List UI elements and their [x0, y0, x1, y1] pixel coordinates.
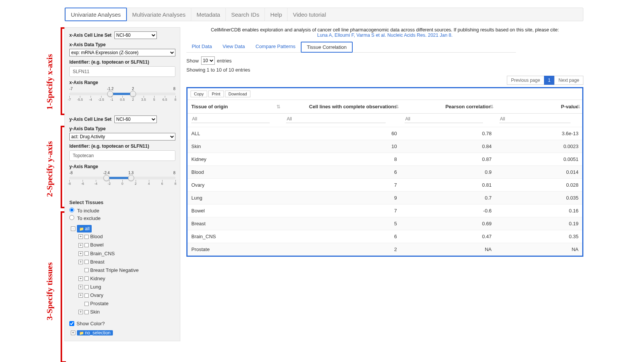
tree-checkbox[interactable]: [84, 276, 89, 281]
x-datatype-select[interactable]: exp: mRNA Expression (Z-Score): [69, 49, 175, 56]
subtab-view-data[interactable]: View Data: [217, 42, 250, 52]
tree-root[interactable]: - 📁 all: [71, 225, 175, 232]
cell-pearson: 0.7: [401, 192, 496, 204]
print-button[interactable]: Print: [208, 90, 224, 97]
tree-checkbox[interactable]: [84, 302, 89, 306]
y-datatype-select[interactable]: act: Drug Activity: [69, 133, 175, 140]
filter-tissue[interactable]: [191, 115, 270, 123]
cell-ncomplete: 7: [282, 179, 401, 192]
x-identifier-label: Identifier: (e.g. topotecan or SLFN11): [69, 59, 175, 65]
slider-tick-label: -5.5: [77, 98, 83, 101]
y-cellset-select[interactable]: NCI-60: [114, 115, 157, 123]
cell-ncomplete: 9: [282, 192, 401, 204]
tree-checkbox[interactable]: [84, 235, 89, 239]
pager-prev[interactable]: Previous page: [507, 76, 544, 85]
tree-noselection[interactable]: + 📁 no_selection: [71, 330, 175, 335]
tree-item-bowel[interactable]: +Bowel: [78, 241, 175, 249]
table-row[interactable]: Prostate2NANA: [188, 243, 582, 256]
cell-pvalue: NA: [496, 243, 582, 256]
pager-next[interactable]: Next page: [554, 76, 583, 85]
expand-icon[interactable]: +: [78, 293, 83, 298]
tree-item-label: Prostate: [90, 300, 108, 308]
filter-pearson[interactable]: [405, 115, 483, 123]
tree-item-ovary[interactable]: +Ovary: [78, 291, 175, 300]
table-row[interactable]: Bowel7-0.60.16: [188, 204, 582, 217]
table-row[interactable]: Ovary70.810.028: [188, 179, 582, 192]
x-cellset-label: x-Axis Cell Line Set: [69, 33, 111, 38]
cell-ncomplete: 60: [282, 127, 401, 140]
y-identifier-input[interactable]: [69, 150, 175, 161]
show-color-checkbox[interactable]: [69, 321, 74, 326]
tree-checkbox[interactable]: [84, 310, 89, 314]
nav-tab-metadata[interactable]: Metadata: [191, 8, 226, 21]
expand-icon[interactable]: +: [78, 234, 83, 239]
nav-tab-search-ids[interactable]: Search IDs: [226, 8, 265, 21]
x-cellset-select[interactable]: NCI-60: [114, 31, 157, 39]
radio-include[interactable]: To include: [69, 208, 99, 214]
expand-icon[interactable]: +: [71, 331, 75, 335]
tree-checkbox[interactable]: [84, 243, 89, 247]
table-row[interactable]: Blood60.90.014: [188, 166, 582, 179]
bracket-x-axis: [61, 27, 62, 115]
table-row[interactable]: Breast50.690.19: [188, 217, 582, 230]
tree-item-breast[interactable]: +Breast: [78, 258, 175, 266]
radio-exclude[interactable]: To exclude: [69, 215, 101, 221]
expand-icon[interactable]: +: [78, 310, 83, 314]
table-row[interactable]: Kidney80.870.0051: [188, 153, 582, 166]
slider-tick-label: 4: [148, 182, 150, 186]
expand-icon[interactable]: +: [78, 260, 83, 264]
y-range-slider[interactable]: -8 -2.4 1.3 8 -8-6-4-202468: [69, 171, 175, 186]
y-range-max: 8: [173, 171, 175, 175]
nav-tab-video-tutorial[interactable]: Video tutorial: [288, 8, 331, 21]
expand-icon[interactable]: +: [78, 285, 83, 289]
tree-item-breast-triple-negative[interactable]: Breast Triple Negative: [78, 266, 175, 275]
nav-tab-multivariate-analyses[interactable]: Multivariate Analyses: [127, 8, 191, 21]
filter-pvalue[interactable]: [499, 115, 571, 123]
y-cellset-label: y-Axis Cell Line Set: [69, 117, 111, 122]
cell-pearson: 0.87: [401, 153, 496, 166]
subtab-plot-data[interactable]: Plot Data: [186, 42, 217, 52]
expand-icon[interactable]: +: [78, 251, 83, 256]
col-tissue[interactable]: Tissue of origin⇅: [188, 100, 282, 114]
tree-item-label: Lung: [90, 283, 101, 291]
table-row[interactable]: Skin100.840.0023: [188, 140, 582, 153]
tree-item-blood[interactable]: +Blood: [78, 232, 175, 241]
tree-checkbox[interactable]: [84, 251, 89, 256]
subtab-compare-patterns[interactable]: Compare Patterns: [250, 42, 301, 52]
x-range-slider[interactable]: -7 -1.2 2 8 -7-5.5-4-2.5-10.523.556.58: [69, 87, 175, 102]
tree-checkbox[interactable]: [84, 293, 89, 298]
entries-select[interactable]: 10: [201, 56, 215, 65]
table-row[interactable]: ALL600.783.6e-13: [188, 127, 582, 140]
expand-icon[interactable]: +: [78, 276, 83, 281]
subtab-tissue-correlation[interactable]: Tissue Correlation: [301, 42, 353, 53]
nav-tab-univariate-analyses[interactable]: Univariate Analyses: [65, 8, 127, 21]
cell-tissue: Breast: [188, 217, 282, 230]
cell-tissue: Kidney: [188, 153, 282, 166]
tree-item-prostate[interactable]: Prostate: [78, 300, 175, 308]
table-row[interactable]: Lung90.70.035: [188, 192, 582, 204]
pager-page-1[interactable]: 1: [544, 76, 555, 85]
tree-checkbox[interactable]: [84, 285, 89, 289]
citation-link[interactable]: Luna A, Elloumi F, Varma S et al. Nuclei…: [317, 33, 453, 38]
copy-button[interactable]: Copy: [191, 90, 207, 97]
nav-tab-help[interactable]: Help: [265, 8, 288, 21]
table-row[interactable]: Brain_CNS60.470.35: [188, 230, 582, 243]
x-identifier-input[interactable]: [69, 66, 175, 77]
collapse-icon[interactable]: -: [71, 226, 75, 231]
filter-ncomplete[interactable]: [286, 115, 386, 123]
cell-ncomplete: 10: [282, 140, 401, 153]
tree-item-brain_cns[interactable]: +Brain_CNS: [78, 250, 175, 258]
sort-icon: ⇅: [395, 104, 398, 109]
tree-checkbox[interactable]: [84, 268, 89, 272]
col-pearson[interactable]: Pearson correlation⇅: [401, 100, 496, 114]
tree-item-skin[interactable]: +Skin: [78, 308, 175, 316]
tree-item-lung[interactable]: +Lung: [78, 283, 175, 291]
download-button[interactable]: Download: [225, 90, 250, 97]
expand-icon[interactable]: +: [78, 243, 83, 248]
slider-tick-label: 2: [132, 98, 134, 101]
cell-tissue: Blood: [188, 166, 282, 179]
col-pvalue[interactable]: P-value⇅: [496, 100, 582, 114]
tree-item-kidney[interactable]: +Kidney: [78, 275, 175, 283]
col-ncomplete[interactable]: Cell lines with complete observations⇅: [282, 100, 401, 114]
tree-checkbox[interactable]: [84, 260, 89, 264]
